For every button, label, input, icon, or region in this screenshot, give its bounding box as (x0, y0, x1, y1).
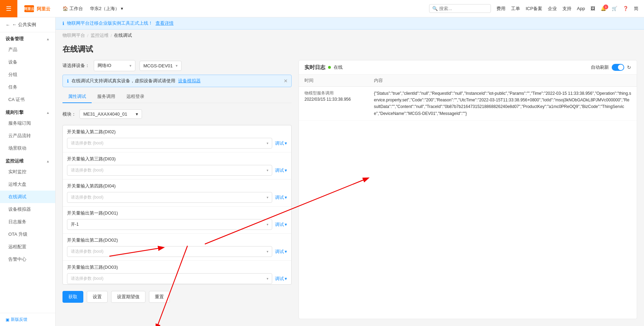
device-select-label: 请选择设备： (62, 62, 90, 69)
menu-icon: ☰ (6, 5, 11, 12)
prop-select-di04[interactable]: 请选择参数 (bool) ▾ (67, 192, 272, 203)
sidebar-item-cloud-product[interactable]: 云产品流转 (0, 129, 55, 142)
nav-app[interactable]: App (577, 6, 585, 11)
logo-svg: 阿里云 阿里云 (24, 4, 52, 14)
info-box-close-button[interactable]: ✕ (284, 78, 288, 84)
nav-enterprise[interactable]: 企业 (548, 6, 557, 12)
refresh-button[interactable]: ↻ (627, 65, 631, 70)
menu-button[interactable]: ☰ (0, 0, 17, 17)
sidebar-item-ca[interactable]: CA 证书 (0, 93, 55, 106)
log-panel: 实时日志 在线 自动刷新 ↻ 时间 内容 (299, 60, 637, 319)
tab-property-debug[interactable]: 属性调试 (62, 91, 92, 103)
module-row: 模块： ME31_AXAX4040_01 ▾ (62, 107, 292, 122)
nav-cart[interactable]: 🛒 (612, 6, 617, 11)
section-device-management-label: 设备管理 (6, 36, 24, 42)
prop-select-di02[interactable]: 请选择参数 (bool) ▾ (67, 138, 272, 149)
sidebar-item-online-debug[interactable]: 在线调试 (0, 191, 55, 203)
prop-select-di03[interactable]: 请选择参数 (bool) ▾ (67, 165, 272, 176)
sidebar-section-device-management[interactable]: 设备管理 ▲ (0, 32, 55, 43)
sidebar-item-device[interactable]: 设备 (0, 56, 55, 68)
nav-region-label: 华东2（上海） (90, 6, 119, 12)
prop-name-di02: 开关量输入第二路(DI02) (67, 129, 287, 135)
breadcrumb-iot[interactable]: 物联网平台 (62, 32, 85, 39)
device-type-value: 网络IO (98, 62, 111, 69)
prop-select-do01[interactable]: 开-1 ▾ (67, 219, 272, 230)
banner-info-icon: ℹ (62, 21, 64, 26)
log-row-0-time-col: 物模型服务调用 2022/03/15 11:33:38.956 (304, 90, 374, 102)
info-box-icon: ℹ (67, 78, 69, 84)
nav-cost[interactable]: 费用 (496, 6, 505, 12)
nav-icp[interactable]: ICP备案 (526, 6, 542, 12)
nav-workbench[interactable]: 🏠 工作台 (62, 6, 83, 12)
tab-service-call[interactable]: 服务调用 (92, 91, 121, 103)
nav-image[interactable]: 🖼 (591, 6, 595, 11)
logo[interactable]: 阿里云 阿里云 (17, 4, 59, 14)
prop-control-do02: 请选择参数 (bool) ▾ 调试 ▾ (67, 246, 287, 257)
module-select[interactable]: ME31_AXAX4040_01 ▾ (80, 109, 142, 119)
bottom-buttons: 获取 设置 设置期望值 重置 (62, 288, 292, 303)
debug-link-do03[interactable]: 调试 ▾ (275, 276, 287, 282)
nav-ticket[interactable]: 工单 (511, 6, 520, 12)
prop-arrow-do02: ▾ (267, 250, 268, 253)
nav-user[interactable]: 简 (634, 6, 638, 12)
set-button[interactable]: 设置 (87, 291, 108, 303)
sidebar-item-remote-config[interactable]: 远程配置 (0, 241, 55, 253)
sidebar-item-ops-dashboard[interactable]: 运维大盘 (0, 178, 55, 191)
debug-link-do01[interactable]: 调试 ▾ (275, 221, 287, 228)
sidebar-item-device-simulator[interactable]: 设备模拟器 (0, 203, 55, 216)
toggle-knob (618, 65, 624, 70)
section-monitor-toggle-icon: ▲ (46, 159, 50, 163)
sidebar-feedback[interactable]: ▣ 新版反馈 (0, 313, 55, 326)
auto-refresh-toggle[interactable] (612, 64, 624, 71)
sidebar-back-button[interactable]: ← ← 公共实例 (0, 17, 55, 32)
nav-right: 费用 工单 ICP备案 企业 支持 App 🖼 🔔1 🛒 ❓ 简 (491, 6, 644, 12)
sidebar-section-monitor[interactable]: 监控运维 ▲ (0, 154, 55, 166)
sidebar-back-label: ← 公共实例 (12, 22, 36, 28)
debug-chevron-di04: ▾ (285, 195, 287, 200)
region-chevron-icon: ▾ (121, 6, 123, 11)
device-name-select[interactable]: MCGS-DEV01 ▾ (140, 61, 182, 71)
prop-control-do01: 开-1 ▾ 调试 ▾ (67, 219, 287, 230)
feedback-icon: ▣ (6, 317, 9, 322)
prop-placeholder-di04: 请选择参数 (bool) (71, 194, 103, 200)
nav-bell[interactable]: 🔔1 (601, 6, 606, 11)
log-row-0: 物模型服务调用 2022/03/15 11:33:38.956 {"Status… (299, 87, 637, 121)
banner-link[interactable]: 查看详情 (156, 20, 174, 26)
nav-support[interactable]: 支持 (562, 6, 571, 12)
prop-arrow-di02: ▾ (267, 141, 268, 145)
search-bar[interactable]: 🔍 (429, 4, 491, 13)
search-input[interactable] (439, 6, 488, 11)
sidebar-item-log-service[interactable]: 日志服务 (0, 216, 55, 228)
debug-link-do02[interactable]: 调试 ▾ (275, 249, 287, 255)
sidebar-item-group[interactable]: 分组 (0, 68, 55, 81)
device-select-row: 请选择设备： 网络IO ▾ MCGS-DEV01 ▾ (62, 60, 292, 71)
breadcrumb: 物联网平台 / 监控运维 / 在线调试 (56, 30, 644, 41)
debug-link-di03[interactable]: 调试 ▾ (275, 167, 287, 174)
prop-select-do02[interactable]: 请选择参数 (bool) ▾ (67, 246, 272, 257)
tab-remote-login[interactable]: 远程登录 (121, 91, 150, 103)
device-type-select[interactable]: 网络IO ▾ (94, 60, 135, 71)
sidebar-item-alarm[interactable]: 告警中心 (0, 253, 55, 266)
debug-link-di04[interactable]: 调试 ▾ (275, 194, 287, 201)
prop-select-do03[interactable]: 请选择参数 (bool) ▾ (67, 273, 272, 284)
prop-item-di03: 开关量输入第三路(DI03) 请选择参数 (bool) ▾ 调试 ▾ (63, 152, 291, 179)
prop-arrow-di04: ▾ (267, 195, 268, 199)
sidebar-item-scene[interactable]: 场景联动 (0, 142, 55, 154)
debug-link-di02[interactable]: 调试 ▾ (275, 140, 287, 147)
section-rules-toggle-icon: ▲ (46, 111, 50, 115)
reset-button[interactable]: 重置 (149, 291, 170, 303)
breadcrumb-monitor[interactable]: 监控运维 (91, 32, 109, 39)
module-chevron-icon: ▾ (136, 111, 138, 117)
sidebar-item-product[interactable]: 产品 (0, 43, 55, 56)
sidebar-item-ota[interactable]: OTA 升级 (0, 228, 55, 241)
nav-region[interactable]: 华东2（上海） ▾ (90, 6, 123, 12)
sidebar-section-rules[interactable]: 规则引擎 ▲ (0, 106, 55, 117)
set-expected-button[interactable]: 设置期望值 (111, 291, 145, 303)
sidebar-item-realtime-monitor[interactable]: 实时监控 (0, 166, 55, 178)
properties-scroll[interactable]: 开关量输入第二路(DI02) 请选择参数 (bool) ▾ 调试 ▾ (63, 125, 291, 284)
fetch-button[interactable]: 获取 (62, 291, 83, 303)
sidebar-item-server-subscribe[interactable]: 服务端订阅 (0, 117, 55, 129)
sidebar-item-task[interactable]: 任务 (0, 81, 55, 93)
device-simulator-link[interactable]: 设备模拟器 (178, 78, 201, 84)
nav-help[interactable]: ❓ (623, 6, 628, 11)
